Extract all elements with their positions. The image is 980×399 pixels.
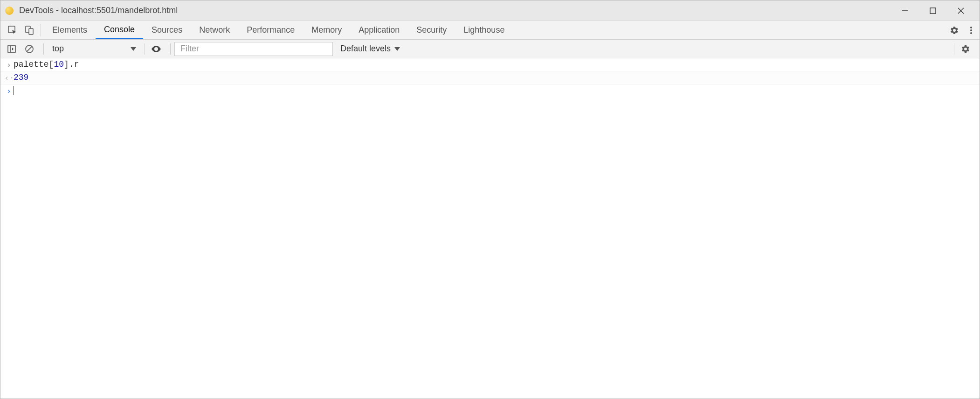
inspect-element-icon[interactable]	[4, 21, 21, 39]
input-chevron-icon: ›	[4, 60, 14, 70]
live-expression-eye-icon[interactable]	[149, 42, 164, 56]
svg-rect-10	[8, 46, 15, 52]
clear-console-icon[interactable]	[22, 42, 37, 56]
chevron-down-icon	[394, 47, 400, 51]
console-prompt-input[interactable]	[14, 86, 976, 95]
tab-elements[interactable]: Elements	[44, 21, 96, 39]
svg-point-8	[970, 29, 972, 31]
input-chevron-icon: ›	[4, 86, 14, 96]
chevron-down-icon	[131, 47, 136, 51]
tab-application[interactable]: Application	[350, 21, 408, 39]
window-title: DevTools - localhost:5501/mandelbrot.htm…	[19, 6, 178, 15]
filter-input[interactable]	[174, 42, 333, 56]
console-output-row: ‹· 239	[0, 71, 980, 84]
tab-memory[interactable]: Memory	[303, 21, 350, 39]
execution-context-label: top	[52, 44, 64, 54]
svg-point-14	[155, 48, 157, 50]
console-settings-gear-icon[interactable]	[958, 42, 973, 56]
tab-lighthouse[interactable]: Lighthouse	[455, 21, 513, 39]
more-menu-icon[interactable]	[963, 21, 980, 39]
execution-context-select[interactable]: top	[48, 42, 141, 56]
tab-security[interactable]: Security	[408, 21, 455, 39]
tab-performance[interactable]: Performance	[238, 21, 303, 39]
settings-gear-icon[interactable]	[946, 21, 963, 39]
console-input-text: palette[10].r	[14, 60, 976, 69]
main-tab-bar: Elements Console Sources Network Perform…	[0, 21, 980, 40]
log-levels-select[interactable]: Default levels	[340, 44, 400, 54]
svg-rect-1	[930, 8, 936, 14]
console-input-row: › palette[10].r	[0, 58, 980, 71]
devtools-app-icon	[5, 7, 14, 15]
console-output-value: 239	[14, 73, 976, 82]
console-output[interactable]: › palette[10].r ‹· 239 ›	[0, 58, 980, 399]
maximize-button[interactable]	[919, 0, 947, 21]
device-toolbar-icon[interactable]	[21, 21, 38, 39]
console-toolbar: top Default levels	[0, 40, 980, 58]
log-levels-label: Default levels	[340, 44, 391, 54]
tab-sources[interactable]: Sources	[143, 21, 191, 39]
devtools-window: DevTools - localhost:5501/mandelbrot.htm…	[0, 0, 980, 399]
console-prompt-row[interactable]: ›	[0, 84, 980, 97]
titlebar: DevTools - localhost:5501/mandelbrot.htm…	[0, 0, 980, 21]
panel-tabs: Elements Console Sources Network Perform…	[44, 21, 513, 39]
svg-point-9	[970, 32, 972, 34]
output-chevron-icon: ‹·	[4, 73, 14, 83]
tab-console[interactable]: Console	[96, 21, 143, 39]
svg-line-13	[27, 46, 32, 51]
minimize-button[interactable]	[891, 0, 919, 21]
toggle-sidebar-icon[interactable]	[4, 42, 19, 56]
svg-rect-6	[29, 28, 33, 35]
tab-network[interactable]: Network	[191, 21, 238, 39]
svg-point-7	[970, 27, 972, 28]
close-button[interactable]	[947, 0, 975, 21]
